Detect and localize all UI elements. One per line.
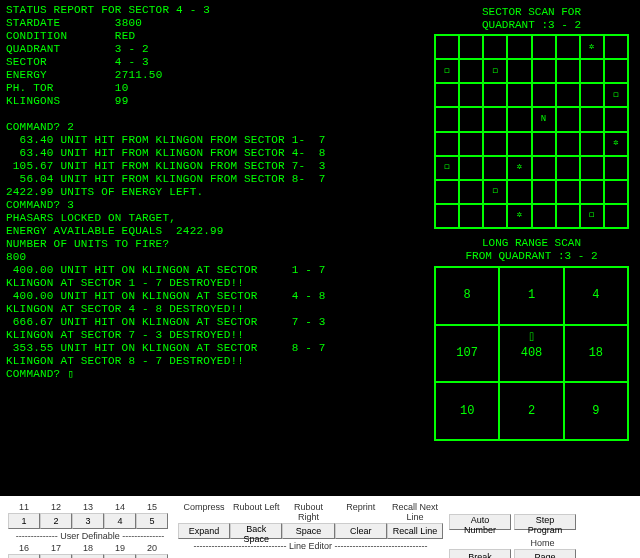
auto-number-button[interactable]: Auto Number	[449, 514, 511, 530]
sector-scan-grid: ✲◻◻◻N✲◻✲◻✲◻	[434, 34, 629, 229]
editor-button-back-space[interactable]: Back Space	[230, 523, 282, 539]
sector-cell	[604, 107, 628, 131]
sector-cell: N	[532, 107, 556, 131]
long-range-cell: 10	[435, 382, 499, 440]
sector-cell	[483, 107, 507, 131]
sector-cell	[435, 107, 459, 131]
text-output: STATUS REPORT FOR SECTOR 4 - 3 STARDATE …	[6, 4, 429, 492]
sector-cell	[532, 59, 556, 83]
keypad-button[interactable]: 8	[72, 554, 104, 558]
key-label: 17	[40, 543, 72, 553]
keypad-button[interactable]: 7	[40, 554, 72, 558]
sector-cell	[483, 132, 507, 156]
sector-cell	[532, 180, 556, 204]
log-line: KLINGON AT SECTOR 4 - 8 DESTROYED!!	[6, 303, 244, 315]
sector-cell	[435, 132, 459, 156]
keypad-button[interactable]: 2	[40, 513, 72, 529]
cursor-icon: ▯	[67, 368, 74, 380]
log-line: NUMBER OF UNITS TO FIRE?	[6, 238, 169, 250]
sector-cell	[507, 132, 531, 156]
sector-cell: ◻	[604, 83, 628, 107]
sector-cell	[604, 35, 628, 59]
keypad-button[interactable]: 5	[136, 513, 168, 529]
sector-cell	[604, 204, 628, 228]
sector-cell	[580, 59, 604, 83]
right-controls: Auto Number Step Program Home Break Page	[449, 502, 577, 558]
editor-label: Rubout Right	[282, 502, 334, 522]
control-panel: 1112131415 12345 -------------- User Def…	[0, 496, 640, 558]
log-line: 2422.99 UNITS OF ENERGY LEFT.	[6, 186, 203, 198]
keypad-button[interactable]: 1	[8, 513, 40, 529]
user-keypad: 1112131415 12345 -------------- User Def…	[8, 502, 172, 558]
sector-cell	[459, 107, 483, 131]
sector-cell: ✲	[604, 132, 628, 156]
ship-icon: ⌷	[529, 332, 534, 345]
long-range-cell: 8	[435, 267, 499, 325]
phtor-label: PH. TOR	[6, 82, 54, 94]
editor-button-recall-line[interactable]: Recall Line	[387, 523, 443, 539]
sector-cell	[532, 35, 556, 59]
keypad-button[interactable]: 6	[8, 554, 40, 558]
sector-cell	[556, 156, 580, 180]
sector-cell	[532, 156, 556, 180]
sector-cell	[507, 180, 531, 204]
sector-cell	[483, 156, 507, 180]
log-line: 353.55 UNIT HIT ON KLINGON AT SECTOR 8 -…	[6, 342, 326, 354]
log-line: 666.67 UNIT HIT ON KLINGON AT SECTOR 7 -…	[6, 316, 326, 328]
log-line: KLINGON AT SECTOR 8 - 7 DESTROYED!!	[6, 355, 244, 367]
sector-cell	[556, 59, 580, 83]
step-program-button[interactable]: Step Program	[514, 514, 576, 530]
quadrant: 3 - 2	[115, 43, 149, 55]
sector-cell: ✲	[580, 35, 604, 59]
log-line: KLINGON AT SECTOR 7 - 3 DESTROYED!!	[6, 329, 244, 341]
long-range-cell: 107	[435, 325, 499, 383]
condition-label: CONDITION	[6, 30, 67, 42]
sector-cell	[507, 35, 531, 59]
long-range-title: LONG RANGE SCAN FROM QUADRANT :3 - 2	[429, 237, 634, 263]
sector-cell	[459, 132, 483, 156]
klingons-label: KLINGONS	[6, 95, 60, 107]
keypad-button[interactable]: 4	[104, 513, 136, 529]
break-button[interactable]: Break	[449, 549, 511, 558]
sector-cell: ◻	[435, 156, 459, 180]
sector-cell	[556, 204, 580, 228]
sector-cell	[604, 59, 628, 83]
long-range-grid: 814107408⌷181029	[434, 266, 629, 441]
sector-cell	[483, 204, 507, 228]
keypad-button[interactable]: 9	[104, 554, 136, 558]
sector-cell	[556, 180, 580, 204]
editor-button-expand[interactable]: Expand	[178, 523, 230, 539]
sector-cell	[459, 204, 483, 228]
editor-separator: ------------------------------- Line Edi…	[178, 541, 443, 551]
long-range-cell: 4	[564, 267, 628, 325]
sector-cell	[556, 83, 580, 107]
sector-scan-title: SECTOR SCAN FOR QUADRANT :3 - 2	[429, 6, 634, 32]
key-label: 12	[40, 502, 72, 512]
sector-cell	[556, 132, 580, 156]
editor-button-clear[interactable]: Clear	[335, 523, 387, 539]
terminal-screen: STATUS REPORT FOR SECTOR 4 - 3 STARDATE …	[0, 0, 640, 496]
keypad-button[interactable]: 10	[136, 554, 168, 558]
sector-cell	[435, 204, 459, 228]
stardate: 3800	[115, 17, 142, 29]
sector-cell	[507, 59, 531, 83]
log-line: 105.67 UNIT HIT FROM KLINGON FROM SECTOR…	[6, 160, 326, 172]
editor-label: Recall Next Line	[387, 502, 443, 522]
sector-cell	[459, 59, 483, 83]
log-line: 400.00 UNIT HIT ON KLINGON AT SECTOR 1 -…	[6, 264, 326, 276]
log-line: COMMAND? 2	[6, 121, 74, 133]
command-prompt[interactable]: COMMAND?	[6, 368, 67, 380]
log-line: 400.00 UNIT HIT ON KLINGON AT SECTOR 4 -…	[6, 290, 326, 302]
sector-cell	[532, 132, 556, 156]
log-line: ENERGY AVAILABLE EQUALS 2422.99	[6, 225, 224, 237]
sector-cell	[459, 180, 483, 204]
long-range-cell: 408⌷	[499, 325, 563, 383]
sector-label: SECTOR	[6, 56, 47, 68]
keypad-separator: -------------- User Definable ----------…	[8, 531, 172, 541]
log-line: COMMAND? 3	[6, 199, 74, 211]
quadrant-label: QUADRANT	[6, 43, 60, 55]
editor-button-space[interactable]: Space	[282, 523, 334, 539]
page-button[interactable]: Page	[514, 549, 576, 558]
keypad-button[interactable]: 3	[72, 513, 104, 529]
log-line: PHASARS LOCKED ON TARGET,	[6, 212, 176, 224]
